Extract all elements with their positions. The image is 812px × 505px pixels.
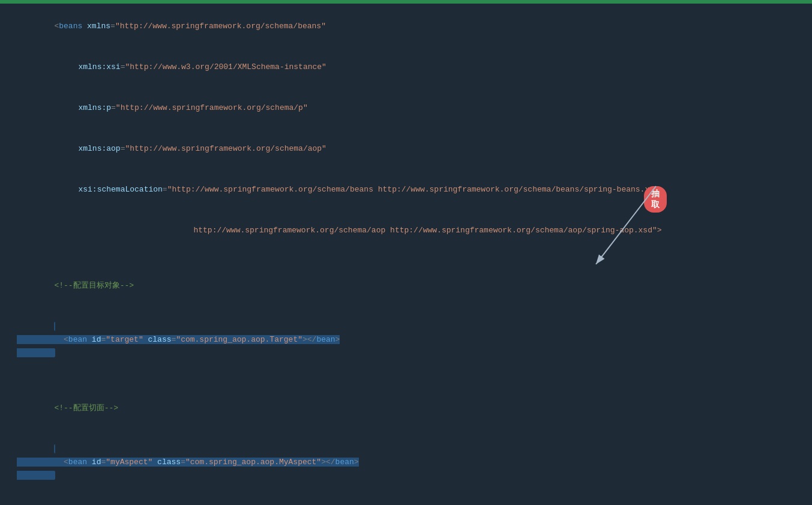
- line-5: xsi:schemaLocation="http://www.springfra…: [0, 169, 812, 210]
- line-7: [0, 251, 812, 265]
- content-9: <bean id="target" class="com.spring_aop.…: [12, 307, 812, 373]
- editor-container: <beans xmlns="http://www.springframework…: [0, 0, 812, 505]
- line-6: http://www.springframework.org/schema/ao…: [0, 210, 812, 251]
- line-8: <!--配置目标对象-->: [0, 265, 812, 306]
- content-5: xsi:schemaLocation="http://www.springfra…: [12, 170, 812, 210]
- line-13: [0, 496, 812, 505]
- extract-bubble: 抽取: [644, 186, 667, 213]
- content-13: [12, 497, 812, 505]
- content-8: <!--配置目标对象-->: [12, 266, 812, 306]
- content-10: [12, 374, 812, 387]
- line-2: xmlns:xsi="http://www.w3.org/2001/XMLSch…: [0, 47, 812, 88]
- content-1: <beans xmlns="http://www.springframework…: [12, 7, 812, 46]
- line-4: xmlns:aop="http://www.springframework.or…: [0, 129, 812, 169]
- content-6: http://www.springframework.org/schema/ao…: [12, 211, 812, 250]
- content-2: xmlns:xsi="http://www.w3.org/2001/XMLSch…: [12, 47, 812, 87]
- content-3: xmlns:p="http://www.springframework.org/…: [12, 88, 812, 128]
- line-12: <bean id="myAspect" class="com.spring_ao…: [0, 429, 812, 496]
- line-1: <beans xmlns="http://www.springframework…: [0, 6, 812, 47]
- line-10: [0, 373, 812, 388]
- code-area: <beans xmlns="http://www.springframework…: [0, 4, 812, 505]
- content-4: xmlns:aop="http://www.springframework.or…: [12, 129, 812, 169]
- content-7: [12, 252, 812, 265]
- line-11: <!--配置切面-->: [0, 388, 812, 429]
- content-11: <!--配置切面-->: [12, 389, 812, 428]
- line-3: xmlns:p="http://www.springframework.org/…: [0, 88, 812, 129]
- line-9: <bean id="target" class="com.spring_aop.…: [0, 306, 812, 373]
- content-12: <bean id="myAspect" class="com.spring_ao…: [12, 429, 812, 495]
